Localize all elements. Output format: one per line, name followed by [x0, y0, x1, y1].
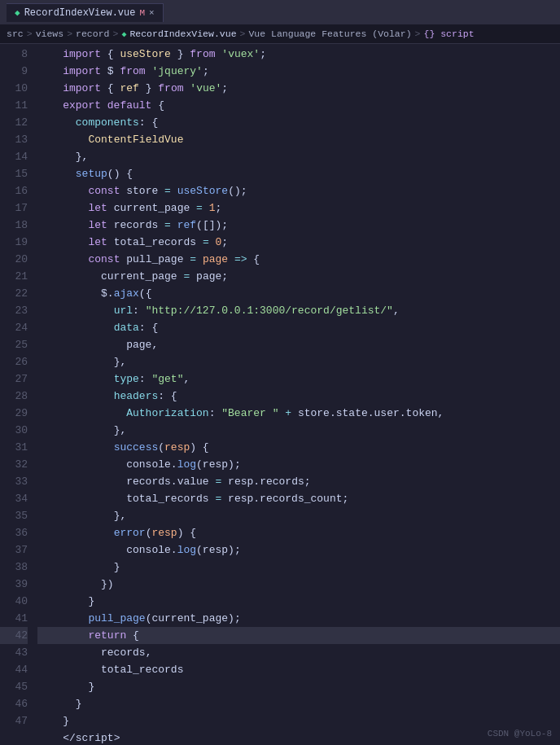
breadcrumb-script: {} script — [423, 28, 474, 39]
code-line-48: </script> — [37, 730, 560, 745]
tab-filename: RecordIndexView.vue — [24, 7, 136, 19]
code-line-36: error(resp) { — [37, 524, 560, 541]
code-line-40: } — [37, 593, 560, 610]
code-line-30: }, — [37, 422, 560, 439]
code-line-38: } — [37, 559, 560, 576]
code-line-21: current_page = page; — [37, 268, 560, 285]
code-line-20: const pull_page = page => { — [37, 251, 560, 268]
code-line-31: success(resp) { — [37, 439, 560, 456]
code-line-25: page, — [37, 336, 560, 353]
breadcrumb-record: record — [76, 28, 109, 39]
code-line-32: console.log(resp); — [37, 456, 560, 473]
code-line-8: import { useStore } from 'vuex'; — [37, 46, 560, 63]
code-line-16: const store = useStore(); — [37, 182, 560, 199]
code-line-11: export default { — [37, 97, 560, 114]
code-line-9: import $ from 'jquery'; — [37, 63, 560, 80]
breadcrumb-sep2: > — [67, 28, 72, 39]
code-line-15: setup() { — [37, 165, 560, 182]
breadcrumb-src: src — [7, 28, 24, 39]
close-icon[interactable]: × — [149, 8, 155, 18]
code-line-37: console.log(resp); — [37, 541, 560, 559]
code-line-33: records.value = resp.records; — [37, 473, 560, 490]
code-line-44: total_records — [37, 661, 560, 678]
breadcrumb-sep1: > — [27, 28, 33, 39]
code-line-46: } — [37, 695, 560, 712]
breadcrumb-sep4: > — [240, 28, 246, 39]
code-line-12: components: { — [37, 114, 560, 131]
breadcrumb-volar: Vue Language Features (Volar) — [248, 28, 411, 39]
code-line-26: }, — [37, 353, 560, 370]
code-line-14: }, — [37, 148, 560, 165]
breadcrumb-sep3: > — [112, 28, 118, 39]
code-line-42: return { — [37, 627, 560, 644]
code-line-23: url: "http://127.0.0.1:3000/record/getli… — [37, 302, 560, 319]
breadcrumb-sep5: > — [415, 28, 421, 39]
watermark: CSDN @YoLo-8 — [488, 729, 552, 738]
vue-icon: ◆ — [15, 7, 20, 18]
tab[interactable]: ◆ RecordIndexView.vue M × — [7, 3, 164, 22]
code-line-39: }) — [37, 576, 560, 593]
code-line-18: let records = ref([]); — [37, 217, 560, 234]
code-line-34: total_records = resp.records_count; — [37, 490, 560, 507]
title-bar: ◆ RecordIndexView.vue M × — [0, 0, 560, 24]
code-line-24: data: { — [37, 319, 560, 336]
code-content: import { useStore } from 'vuex'; import … — [34, 44, 560, 745]
code-line-43: records, — [37, 644, 560, 661]
code-line-28: headers: { — [37, 388, 560, 405]
code-line-29: Authorization: "Bearer " + store.state.u… — [37, 405, 560, 422]
breadcrumb-views: views — [36, 28, 64, 39]
code-line-45: } — [37, 678, 560, 695]
editor: 8 9 10 11 12 13 14 15 16 17 18 19 20 21 … — [0, 44, 560, 745]
code-line-13: ContentFieldVue — [37, 131, 560, 148]
code-line-35: }, — [37, 507, 560, 524]
code-line-47: } — [37, 712, 560, 730]
breadcrumb-file: RecordIndexView.vue — [129, 28, 236, 39]
code-line-27: type: "get", — [37, 370, 560, 388]
line-numbers: 8 9 10 11 12 13 14 15 16 17 18 19 20 21 … — [0, 44, 34, 745]
breadcrumb-vue-icon: ◆ — [121, 29, 126, 39]
code-line-10: import { ref } from 'vue'; — [37, 80, 560, 97]
breadcrumb: src > views > record > ◆ RecordIndexView… — [0, 24, 560, 44]
code-line-19: let total_records = 0; — [37, 234, 560, 251]
code-line-17: let current_page = 1; — [37, 199, 560, 217]
modified-badge: M — [139, 8, 145, 18]
code-line-22: $.ajax({ — [37, 285, 560, 302]
code-line-41: pull_page(current_page); — [37, 610, 560, 627]
